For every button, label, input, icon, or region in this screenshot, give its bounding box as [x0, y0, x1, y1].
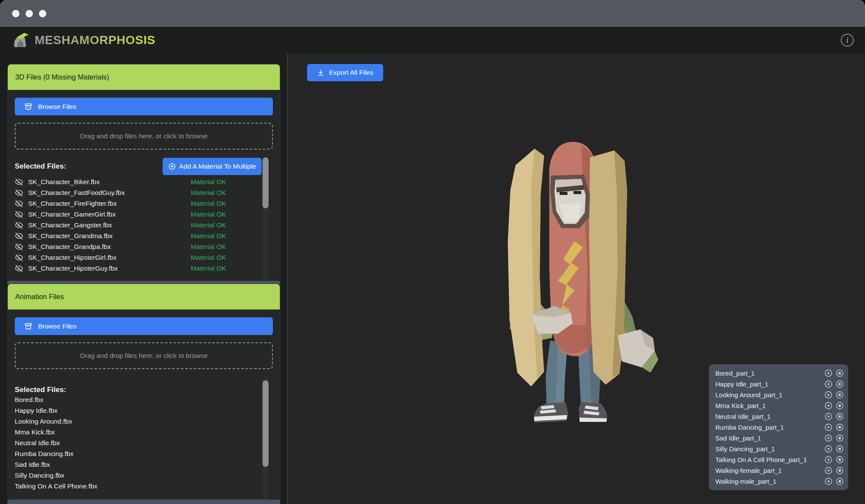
window-control-minimize[interactable] — [26, 10, 33, 17]
play-icon[interactable] — [824, 391, 833, 399]
file-row[interactable]: SK_Character_Grandpa.fbx Material OK — [15, 241, 263, 252]
animation-clip-row: Silly Dancing_part_1 — [709, 443, 848, 454]
files-scrollbar-thumb[interactable] — [263, 157, 269, 208]
file-name: SK_Character_HipsterGuy.fbx — [28, 265, 191, 272]
add-material-label: Add A Material To Multiple — [179, 163, 256, 170]
file-name: SK_Character_Grandma.fbx — [28, 232, 191, 240]
brand-title: MESHAMORPHOSIS — [35, 33, 155, 47]
animation-clip-row: Walking-female_part_1 — [709, 465, 848, 476]
animation-file-row[interactable]: Silly Dancing.fbx — [15, 470, 263, 481]
play-icon[interactable] — [824, 466, 833, 475]
animation-file-row[interactable]: Sad Idle.fbx — [15, 459, 263, 470]
export-all-button[interactable]: Export All Files — [307, 64, 383, 81]
dropzone-text: Drag and drop files here, or click to br… — [80, 352, 208, 360]
animation-clip-name: Walking-female_part_1 — [715, 467, 821, 474]
animation-clip-row: Talking On A Cell Phone_part_1 — [709, 454, 848, 465]
file-dropzone[interactable]: Drag and drop files here, or click to br… — [15, 123, 273, 150]
stop-icon[interactable] — [836, 380, 844, 388]
stop-icon[interactable] — [836, 402, 844, 410]
file-row[interactable]: SK_Character_Biker.fbx Material OK — [15, 176, 263, 187]
info-icon[interactable]: i — [841, 34, 854, 47]
play-icon[interactable] — [824, 445, 833, 453]
files-panel-body: Browse Files Drag and drop files here, o… — [8, 98, 280, 281]
play-icon[interactable] — [824, 380, 833, 388]
stop-icon[interactable] — [836, 412, 844, 421]
animation-clip-name: Rumba Dancing_part_1 — [715, 424, 821, 431]
eye-off-icon[interactable] — [15, 221, 23, 230]
stop-icon[interactable] — [836, 445, 844, 453]
character-3d-model[interactable] — [490, 138, 658, 437]
animation-clip-row: Happy Idle_part_1 — [709, 379, 848, 389]
material-status-badge: Material OK — [191, 232, 226, 240]
eye-off-icon[interactable] — [15, 242, 23, 251]
stop-icon[interactable] — [836, 391, 844, 399]
animations-scrollbar-thumb[interactable] — [263, 380, 269, 467]
animation-file-row[interactable]: Bored.fbx — [15, 394, 263, 405]
animation-file-name: Neutral Idle.fbx — [15, 439, 60, 447]
files-scrollbar-track[interactable] — [263, 157, 269, 280]
animation-file-row[interactable]: Mma Kick.fbx — [15, 427, 263, 437]
bottom-resize-handle[interactable] — [7, 500, 280, 504]
plus-circle-icon — [168, 163, 176, 170]
play-icon[interactable] — [824, 456, 833, 464]
play-icon[interactable] — [824, 423, 833, 431]
browse-animations-button[interactable]: Browse Files — [15, 317, 273, 335]
eye-off-icon[interactable] — [15, 253, 23, 262]
animation-clip-name: Bored_part_1 — [715, 370, 821, 377]
stop-icon[interactable] — [836, 423, 844, 431]
download-icon — [317, 69, 324, 77]
file-row[interactable]: SK_Character_HipsterGuy.fbx Material OK — [15, 263, 263, 274]
animation-file-row[interactable]: Happy Idle.fbx — [15, 405, 263, 416]
play-icon[interactable] — [824, 369, 833, 377]
animation-clip-name: Sad Idle_part_1 — [715, 434, 821, 442]
window-control-close[interactable] — [12, 10, 19, 17]
play-icon[interactable] — [824, 402, 833, 410]
stop-icon[interactable] — [836, 456, 844, 464]
animation-panel-header: Animation Files — [8, 284, 280, 309]
file-row[interactable]: SK_Character_Gangster.fbx Material OK — [15, 220, 263, 230]
viewport-pane[interactable]: Export All Files — [287, 54, 865, 504]
animation-clip-name: Mma Kick_part_1 — [715, 402, 821, 409]
eye-off-icon[interactable] — [15, 199, 23, 208]
animation-file-row[interactable]: Rumba Dancing.fbx — [15, 448, 263, 459]
main-content: 3D Files (0 Missing Materials) Browse Fi… — [0, 54, 865, 504]
play-icon[interactable] — [824, 412, 833, 421]
play-icon[interactable] — [824, 434, 833, 442]
file-row[interactable]: SK_Character_HipsterGirl.fbx Material OK — [15, 252, 263, 263]
animation-dropzone[interactable]: Drag and drop files here, or click to br… — [15, 342, 273, 369]
stop-icon[interactable] — [836, 369, 844, 377]
file-row[interactable]: SK_Character_Grandma.fbx Material OK — [15, 230, 263, 241]
stop-icon[interactable] — [836, 466, 844, 475]
stop-icon[interactable] — [836, 477, 844, 485]
material-status-badge: Material OK — [191, 189, 226, 197]
file-row[interactable]: SK_Character_FastFoodGuy.fbx Material OK — [15, 187, 263, 198]
animation-clip-row: Bored_part_1 — [709, 368, 848, 379]
window-control-maximize[interactable] — [39, 10, 46, 17]
add-material-button[interactable]: Add A Material To Multiple — [163, 158, 262, 175]
animation-file-name: Mma Kick.fbx — [15, 428, 55, 436]
animation-file-row[interactable]: Looking Around.fbx — [15, 416, 263, 427]
animation-file-row[interactable]: Talking On A Cell Phone.fbx — [15, 481, 263, 491]
eye-off-icon[interactable] — [15, 188, 23, 197]
play-icon[interactable] — [824, 477, 833, 485]
animation-file-row[interactable]: Neutral Idle.fbx — [15, 437, 263, 448]
material-status-badge: Material OK — [191, 221, 226, 229]
eye-off-icon[interactable] — [15, 264, 23, 273]
browse-files-button[interactable]: Browse Files — [15, 98, 273, 115]
files-panel-header: 3D Files (0 Missing Materials) — [8, 64, 280, 90]
file-row[interactable]: SK_Character_GamerGirl.fbx Material OK — [15, 209, 263, 220]
animation-clip-name: Walking-male_part_1 — [715, 478, 821, 485]
animation-file-name: Sad Idle.fbx — [15, 461, 50, 469]
eye-off-icon[interactable] — [15, 210, 23, 219]
animation-clip-name: Neutral Idle_part_1 — [715, 413, 821, 420]
files-panel: 3D Files (0 Missing Materials) Browse Fi… — [7, 64, 280, 281]
eye-off-icon[interactable] — [15, 178, 23, 186]
animation-file-name: Bored.fbx — [15, 396, 43, 404]
animation-panel-body: Browse Files Drag and drop files here, o… — [8, 317, 280, 500]
material-status-badge: Material OK — [191, 178, 226, 186]
eye-off-icon[interactable] — [15, 232, 23, 240]
stop-icon[interactable] — [836, 434, 844, 442]
animation-clip-row: Walking-male_part_1 — [709, 476, 848, 487]
animations-scrollbar-track[interactable] — [263, 377, 269, 499]
file-row[interactable]: SK_Character_FireFighter.fbx Material OK — [15, 198, 263, 209]
